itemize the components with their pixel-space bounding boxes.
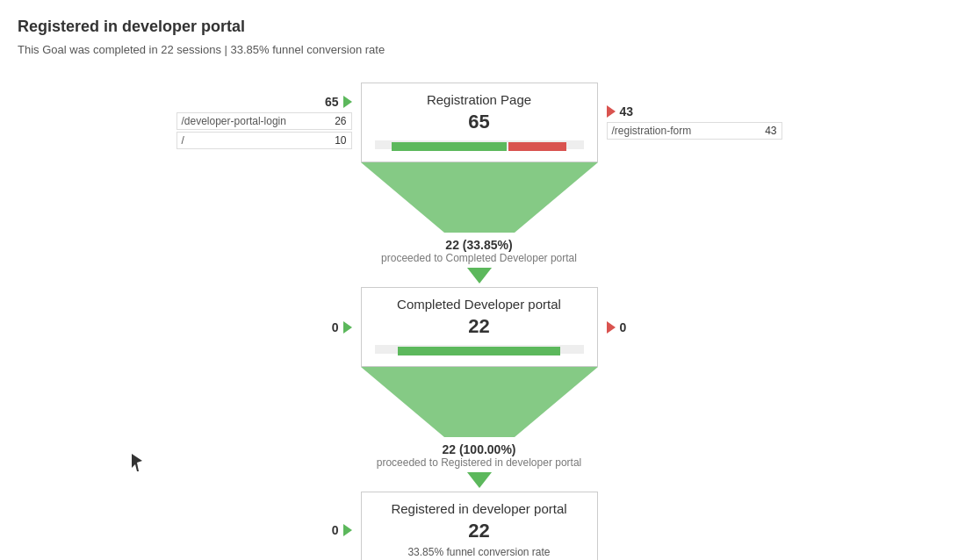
step2-bar <box>375 345 584 354</box>
funnel-container: 65 /developer-portal-login 26 / 10 Regis <box>18 83 940 560</box>
step1-left-side: 65 /developer-portal-login 26 / 10 <box>80 95 361 151</box>
arrow-down-2 <box>467 472 492 488</box>
step-box-2: Completed Developer portal 22 <box>361 287 598 367</box>
step2-right-side: 0 <box>598 320 879 334</box>
step2-bar-green <box>398 347 561 355</box>
funnel-desc-1: proceeded to Completed Developer portal <box>381 252 577 264</box>
step1-bar <box>375 140 584 149</box>
step1-right-number: 43 <box>607 104 634 118</box>
step3-count: 22 <box>375 520 584 542</box>
funnel-connector-2: 22 (100.00%) proceeded to Registered in … <box>361 367 598 488</box>
funnel-svg-1 <box>361 162 598 233</box>
step2-count: 22 <box>375 315 584 338</box>
funnel-svg-2 <box>361 367 598 437</box>
step2-left-side: 0 <box>80 320 361 334</box>
step-row-2: 0 Completed Developer portal 22 0 <box>18 287 940 367</box>
step2-right-number: 0 <box>607 320 627 334</box>
step-row-1: 65 /developer-portal-login 26 / 10 Regis <box>18 83 940 162</box>
step3-left-side: 0 <box>80 523 361 537</box>
step3-name: Registered in developer portal <box>375 501 584 516</box>
step3-rate: 33.85% funnel conversion rate <box>375 546 584 558</box>
funnel-connector-1: 22 (33.85%) proceeded to Completed Devel… <box>361 162 598 284</box>
step2-right-arrow-icon <box>607 321 616 334</box>
step1-left-number: 65 <box>325 95 352 109</box>
svg-marker-1 <box>361 367 598 437</box>
step1-count: 65 <box>375 111 584 133</box>
step1-right-items: /registration-form 43 <box>607 122 782 141</box>
page-subtitle: This Goal was completed in 22 sessions |… <box>18 43 940 56</box>
step1-left-arrow-icon <box>343 96 352 108</box>
step1-left-items: /developer-portal-login 26 / 10 <box>176 112 352 151</box>
arrow-down-icon-2 <box>467 472 492 488</box>
step1-right-side: 43 /registration-form 43 <box>598 104 879 141</box>
arrow-down-icon-1 <box>467 268 492 284</box>
step1-bar-green <box>392 142 507 151</box>
list-item: /registration-form 43 <box>607 122 782 140</box>
step3-left-arrow-icon <box>343 524 352 536</box>
step2-name: Completed Developer portal <box>375 297 584 312</box>
step2-left-arrow-icon <box>343 321 352 334</box>
step1-name: Registration Page <box>375 92 584 107</box>
list-item: /developer-portal-login 26 <box>176 112 352 130</box>
step1-right-arrow-icon <box>607 105 616 118</box>
page-title: Registered in developer portal <box>18 18 940 36</box>
funnel-desc-2: proceeded to Registered in developer por… <box>377 456 581 469</box>
arrow-down-1 <box>467 268 492 284</box>
svg-marker-0 <box>361 162 598 233</box>
step2-left-number: 0 <box>332 320 352 334</box>
step1-bar-red <box>508 142 567 151</box>
funnel-percent-2: 22 (100.00%) <box>377 442 581 456</box>
funnel-text-2: 22 (100.00%) proceeded to Registered in … <box>377 442 581 469</box>
list-item: / 10 <box>176 132 352 149</box>
funnel-percent-1: 22 (33.85%) <box>381 238 577 252</box>
page-wrapper: Registered in developer portal This Goal… <box>18 18 940 560</box>
step-box-3: Registered in developer portal 22 33.85%… <box>361 492 598 560</box>
step-box-1: Registration Page 65 <box>361 83 598 162</box>
step3-left-number: 0 <box>332 523 352 537</box>
funnel-text-1: 22 (33.85%) proceeded to Completed Devel… <box>381 238 577 264</box>
step-row-3: 0 Registered in developer portal 22 33.8… <box>18 492 940 560</box>
